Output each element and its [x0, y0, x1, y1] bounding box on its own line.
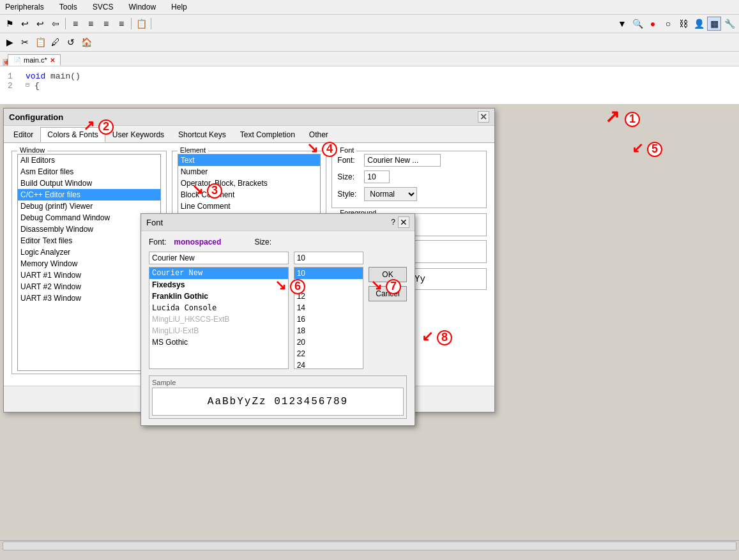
- font-item-courier-new[interactable]: Courier New: [149, 268, 288, 279]
- window-item-uart3[interactable]: UART #3 Window: [18, 292, 160, 304]
- config-tab-editor[interactable]: Editor: [6, 127, 40, 142]
- config-tab-other[interactable]: Other: [302, 127, 335, 142]
- size-item-18[interactable]: 18: [294, 325, 363, 337]
- tb1-grid-btn[interactable]: ▦: [707, 17, 721, 31]
- window-item-all-editors[interactable]: All Editors: [18, 155, 160, 166]
- editor-text-1: void main(): [26, 72, 80, 81]
- window-item-uart1[interactable]: UART #1 Window: [18, 269, 160, 281]
- tb2-cut-btn[interactable]: ✂: [18, 35, 32, 49]
- tb1-align-btn2[interactable]: ≡: [84, 17, 98, 31]
- size-listbox[interactable]: 10 11 12 14 16 18 20 22 24 26: [294, 267, 363, 369]
- tb2-refresh-btn[interactable]: ↺: [64, 35, 78, 49]
- tb1-undo-btn[interactable]: ↩: [18, 17, 32, 31]
- menu-peripherals[interactable]: Peripherals: [3, 1, 47, 13]
- size-item-24[interactable]: 24: [294, 359, 363, 369]
- font-group-label: Font: [337, 146, 356, 154]
- window-listbox[interactable]: All Editors Asm Editor files Build Outpu…: [17, 154, 161, 371]
- tb1-align-btn3[interactable]: ≡: [99, 17, 113, 31]
- size-item-12[interactable]: 12: [294, 291, 363, 302]
- tb1-link-btn[interactable]: ⛓: [676, 17, 690, 31]
- font-item-fixedsys[interactable]: Fixedsys: [149, 279, 288, 291]
- menu-tools[interactable]: Tools: [57, 1, 80, 13]
- font-item-lucida[interactable]: Lucida Console: [149, 302, 288, 314]
- font-item-franklin[interactable]: Franklin Gothic: [149, 291, 288, 302]
- fold-icon[interactable]: ⊟: [26, 81, 29, 91]
- font-cancel-btn[interactable]: Cancel: [369, 286, 407, 301]
- window-item-asm[interactable]: Asm Editor files: [18, 166, 160, 178]
- toolbar-sep-1: [65, 18, 66, 29]
- editor-line-2: 2 ⊟ {: [8, 81, 731, 91]
- tb1-back-btn[interactable]: ⇦: [49, 17, 63, 31]
- font-name-label: Font:: [337, 156, 360, 165]
- element-item-operator[interactable]: Operator, Block, Brackets: [178, 178, 321, 189]
- tb1-align-btn4[interactable]: ≡: [114, 17, 128, 31]
- tb1-flag-btn[interactable]: ⚑: [3, 17, 17, 31]
- tb2-home-btn[interactable]: 🏠: [79, 35, 93, 49]
- font-size-label: Size:: [337, 172, 360, 181]
- font-search-input[interactable]: [149, 252, 289, 264]
- font-dialog-close[interactable]: ✕: [398, 216, 409, 228]
- menu-window[interactable]: Window: [126, 1, 158, 13]
- config-tab-text-completion[interactable]: Text Completion: [233, 127, 302, 142]
- tab-close-icon[interactable]: ✕: [50, 57, 55, 64]
- window-item-build[interactable]: Build Output Window: [18, 178, 160, 189]
- config-tab-shortcut-keys[interactable]: Shortcut Keys: [171, 127, 233, 142]
- size-search-input[interactable]: [294, 252, 363, 264]
- menu-help[interactable]: Help: [169, 1, 190, 13]
- window-item-uart2[interactable]: UART #2 Window: [18, 281, 160, 292]
- window-item-debug-printf[interactable]: Debug (printf) Viewer: [18, 201, 160, 212]
- window-item-logic[interactable]: Logic Analyzer: [18, 246, 160, 258]
- element-item-number[interactable]: Number: [178, 166, 321, 178]
- size-item-10[interactable]: 10: [294, 268, 363, 279]
- font-listbox[interactable]: Courier New Fixedsys Franklin Gothic Luc…: [149, 267, 289, 369]
- window-item-memory[interactable]: Memory Window: [18, 258, 160, 269]
- config-tab-user-keywords[interactable]: User Keywords: [105, 127, 171, 142]
- element-item-block-comment[interactable]: Block Comment: [178, 189, 321, 201]
- font-item-mingliu-hkscs[interactable]: MingLiU_HKSCS-ExtB: [149, 314, 288, 325]
- file-tab-main[interactable]: 📄 main.c* ✕: [8, 54, 61, 66]
- editor-content: 1 void main() 2 ⊟ {: [0, 66, 739, 105]
- size-item-11[interactable]: 11: [294, 279, 363, 291]
- config-dialog-close[interactable]: ✕: [478, 111, 489, 123]
- arrow-1: ↗ 1: [605, 106, 640, 127]
- font-style-select[interactable]: Normal Bold Italic Bold Italic: [364, 187, 417, 201]
- horizontal-scrollbar[interactable]: [3, 541, 736, 550]
- font-dialog-help-icon[interactable]: ?: [391, 218, 395, 227]
- font-size-input[interactable]: [364, 170, 390, 183]
- tb2-copy-btn[interactable]: 📋: [33, 35, 47, 49]
- tb2-run-btn[interactable]: ▶: [3, 35, 17, 49]
- tb1-circle-btn[interactable]: ○: [661, 17, 675, 31]
- tb1-wrench-btn[interactable]: 🔧: [722, 17, 736, 31]
- window-item-editor-text[interactable]: Editor Text files: [18, 235, 160, 246]
- tb1-redo-btn[interactable]: ↩: [33, 17, 47, 31]
- font-ok-btn[interactable]: OK: [369, 267, 407, 282]
- window-item-cpp[interactable]: C/C++ Editor files: [18, 189, 160, 201]
- tb1-stop-btn[interactable]: ●: [646, 17, 660, 31]
- font-dialog-title-text: Font: [146, 218, 163, 227]
- font-dialog: Font ? ✕ Font: monospaced Size: Courier: [141, 213, 415, 426]
- font-item-ms-gothic[interactable]: MS Gothic: [149, 337, 288, 348]
- size-item-20[interactable]: 20: [294, 337, 363, 348]
- size-item-16[interactable]: 16: [294, 314, 363, 325]
- tb1-align-btn1[interactable]: ≡: [68, 17, 82, 31]
- size-item-22[interactable]: 22: [294, 348, 363, 359]
- line-num-1: 1: [8, 72, 20, 81]
- font-dialog-size-label: Size:: [254, 238, 271, 246]
- menu-svcs[interactable]: SVCS: [90, 1, 116, 13]
- window-item-debug-cmd[interactable]: Debug Command Window: [18, 212, 160, 223]
- element-item-line-comment[interactable]: Line Comment: [178, 201, 321, 212]
- tb1-person-btn[interactable]: 👤: [692, 17, 706, 31]
- size-item-14[interactable]: 14: [294, 302, 363, 314]
- tb2-pencil-btn[interactable]: 🖊: [49, 35, 63, 49]
- window-item-disasm[interactable]: Disassembly Window: [18, 223, 160, 235]
- tb1-dropdown-btn[interactable]: ▼: [615, 17, 629, 31]
- toolbar-1: ⚑ ↩ ↩ ⇦ ≡ ≡ ≡ ≡ 📋 ▼ 🔍 ● ○ ⛓ 👤 ▦ 🔧: [0, 15, 739, 33]
- line-num-2: 2: [8, 81, 20, 91]
- font-item-mingliu[interactable]: MingLiU-ExtB: [149, 325, 288, 337]
- element-item-text[interactable]: Text: [178, 155, 321, 166]
- tb1-search-btn[interactable]: 🔍: [630, 17, 644, 31]
- tb1-clipboard-btn[interactable]: 📋: [134, 17, 148, 31]
- font-name-value: Courier New ...: [364, 154, 441, 167]
- file-tab-label: main.c*: [24, 56, 47, 64]
- config-tab-colors-fonts[interactable]: Colors & Fonts: [40, 127, 105, 142]
